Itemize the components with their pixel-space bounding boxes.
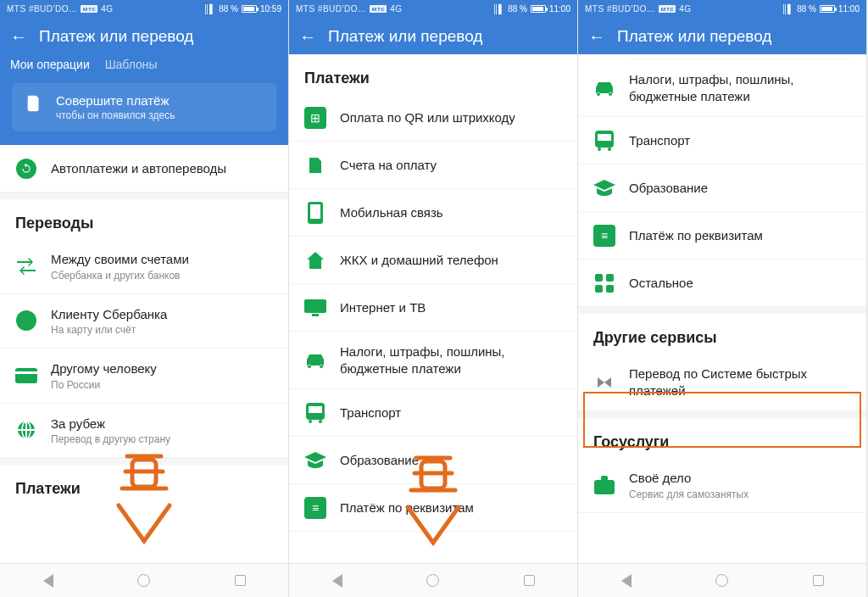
- status-bar: MTS #BUD'DO… мтс 4G ║▌ 88 % 10:59: [0, 0, 288, 17]
- requisites-icon: ≡: [304, 497, 326, 519]
- list-item-transport-3[interactable]: Транспорт: [578, 117, 866, 165]
- carrier-text: MTS #BUD'DO…: [296, 4, 366, 14]
- house-icon: [304, 249, 326, 271]
- vibrate-icon: ║▌: [492, 4, 504, 14]
- sbp-label: Перевод по Системе быстрых платежей: [629, 365, 851, 399]
- svg-rect-15: [598, 134, 611, 141]
- nav-recent[interactable]: [521, 573, 537, 589]
- battery-text: 88 %: [797, 4, 816, 14]
- svg-rect-7: [304, 299, 326, 313]
- vibrate-icon: ║▌: [782, 4, 793, 14]
- svg-rect-1: [15, 371, 37, 374]
- promo-card[interactable]: Совершите платёж чтобы он появился здесь: [12, 83, 276, 131]
- transfer-icon: [15, 255, 37, 277]
- sber-icon: [15, 310, 37, 332]
- list-item-education[interactable]: Образование: [289, 437, 577, 484]
- battery-icon: [820, 5, 835, 13]
- phone-screen-3: MTS #BUD'DO… мтс 4G ║▌ 88 % 11:00 ← Плат…: [578, 0, 867, 597]
- vibrate-icon: ║▌: [203, 4, 215, 14]
- other-label: Остальное: [629, 275, 851, 292]
- back-icon[interactable]: ←: [299, 28, 316, 45]
- svoedelo-sub: Сервис для самозанятых: [629, 488, 851, 500]
- svg-rect-6: [310, 204, 320, 219]
- page-title: Платеж или перевод: [39, 27, 193, 46]
- other-person-label: Другому человеку: [51, 360, 273, 377]
- svg-rect-10: [309, 406, 322, 413]
- battery-icon: [531, 5, 546, 13]
- requisites-label: Платёж по реквизитам: [340, 499, 562, 516]
- abroad-sub: Перевод в другую страну: [51, 433, 273, 445]
- tv-icon: [304, 297, 326, 319]
- network-text: 4G: [679, 4, 691, 14]
- clock-text: 11:00: [549, 4, 570, 14]
- phone-screen-2: MTS #BUD'DO… мтс 4G ║▌ 88 % 11:00 ← Плат…: [289, 0, 578, 597]
- content: Налоги, штрафы, пошлины, бюджетные плате…: [578, 54, 866, 563]
- svg-rect-23: [601, 476, 608, 481]
- other-person-sub: По России: [51, 379, 273, 391]
- promo-sub: чтобы он появился здесь: [56, 109, 175, 121]
- list-item-taxes-3[interactable]: Налоги, штрафы, пошлины, бюджетные плате…: [578, 59, 866, 117]
- list-item-abroad[interactable]: За рубеж Перевод в другую страну: [0, 404, 288, 459]
- app-bar: ← Платеж или перевод: [289, 17, 577, 54]
- content: Автоплатежи и автопереводы Переводы Межд…: [0, 145, 288, 563]
- bills-label: Счета на оплату: [340, 157, 562, 174]
- list-item-sber-client[interactable]: Клиенту Сбербанка На карту или счёт: [0, 294, 288, 349]
- clock-text: 10:59: [260, 4, 281, 14]
- transport-label-3: Транспорт: [629, 132, 851, 149]
- status-bar: MTS #BUD'DO… мтс 4G ║▌ 88 % 11:00: [578, 0, 866, 17]
- section-gosuslugi: Госуслуги: [578, 418, 866, 458]
- list-item-mobile[interactable]: Мобильная связь: [289, 189, 577, 237]
- status-bar: MTS #BUD'DO… мтс 4G ║▌ 88 % 11:00: [289, 0, 577, 17]
- nav-home[interactable]: [136, 573, 152, 589]
- svg-rect-20: [595, 285, 603, 293]
- list-item-transport[interactable]: Транспорт: [289, 389, 577, 437]
- back-icon[interactable]: ←: [10, 28, 27, 45]
- list-item-utilities[interactable]: ЖКХ и домашний телефон: [289, 237, 577, 284]
- nav-back[interactable]: [41, 573, 56, 589]
- nav-recent[interactable]: [232, 573, 248, 589]
- list-item-other[interactable]: Остальное: [578, 259, 866, 307]
- clock-text: 11:00: [838, 4, 860, 14]
- android-navbar: [289, 563, 577, 597]
- android-navbar: [578, 563, 866, 597]
- page-title: Платеж или перевод: [328, 27, 482, 46]
- list-item-autopay[interactable]: Автоплатежи и автопереводы: [0, 145, 288, 192]
- nav-recent[interactable]: [810, 573, 826, 589]
- sber-client-label: Клиенту Сбербанка: [51, 306, 273, 323]
- mobile-label: Мобильная связь: [340, 204, 562, 221]
- carrier-badge: мтс: [659, 5, 676, 13]
- nav-home[interactable]: [715, 573, 730, 589]
- tab-templates[interactable]: Шаблоны: [105, 58, 158, 71]
- nav-back[interactable]: [330, 573, 345, 589]
- list-item-own-accounts[interactable]: Между своими счетами Сбербанка и других …: [0, 239, 288, 294]
- battery-text: 88 %: [219, 4, 238, 14]
- battery-icon: [242, 5, 257, 13]
- list-item-requisites[interactable]: ≡ Платёж по реквизитам: [289, 484, 577, 532]
- svg-point-16: [598, 148, 601, 151]
- list-item-bills[interactable]: Счета на оплату: [289, 142, 577, 189]
- carrier-badge: мтс: [370, 5, 387, 13]
- content: Платежи ⊞ Оплата по QR или штрихкоду Сче…: [289, 54, 577, 563]
- app-bar: ← Платеж или перевод: [578, 17, 866, 54]
- requisites-icon: ≡: [593, 225, 615, 247]
- back-icon[interactable]: ←: [588, 28, 605, 45]
- own-accounts-label: Между своими счетами: [51, 251, 273, 268]
- list-item-education-3[interactable]: Образование: [578, 165, 866, 212]
- nav-home[interactable]: [426, 573, 441, 589]
- list-item-other-person[interactable]: Другому человеку По России: [0, 349, 288, 404]
- svg-rect-18: [595, 274, 603, 282]
- car-icon: [304, 349, 326, 371]
- tab-my-operations[interactable]: Мои операции: [10, 58, 90, 71]
- android-navbar: [0, 563, 288, 597]
- list-item-qr[interactable]: ⊞ Оплата по QR или штрихкоду: [289, 94, 577, 142]
- grid-icon: [593, 272, 615, 294]
- list-item-internet[interactable]: Интернет и ТВ: [289, 284, 577, 332]
- list-item-svoedelo[interactable]: Своё дело Сервис для самозанятых: [578, 458, 866, 513]
- list-item-sbp[interactable]: Перевод по Системе быстрых платежей: [578, 354, 866, 411]
- taxes-label: Налоги, штрафы, пошлины, бюджетные плате…: [340, 343, 562, 377]
- education-icon: [593, 177, 615, 199]
- nav-back[interactable]: [619, 573, 634, 589]
- list-item-taxes[interactable]: Налоги, штрафы, пошлины, бюджетные плате…: [289, 332, 577, 389]
- list-item-requisites-3[interactable]: ≡ Платёж по реквизитам: [578, 212, 866, 259]
- phone-screen-1: MTS #BUD'DO… мтс 4G ║▌ 88 % 10:59 ← Плат…: [0, 0, 289, 597]
